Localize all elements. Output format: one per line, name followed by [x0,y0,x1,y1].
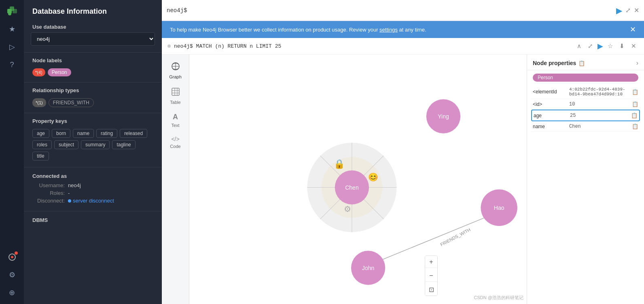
settings-icon[interactable]: ⚙ [5,268,19,282]
svg-text:😊: 😊 [368,173,379,182]
svg-text:Ying: Ying [438,113,449,120]
result-run-button[interactable]: ▶ [597,42,603,51]
node-label-badge: Person [533,74,638,82]
use-database-label: Use database [24,21,161,32]
prop-subject[interactable]: subject [54,140,78,149]
node-label-person[interactable]: Person [48,68,71,76]
code-tab-icon: </> [171,136,179,142]
relationship-types-label: Relationship types [24,84,161,96]
svg-text:FRIENDS_WITH: FRIENDS_WITH [439,227,471,247]
svg-text:🔒: 🔒 [334,158,345,169]
connected-as-label: Connected as [32,173,153,179]
result-star-button[interactable]: ☆ [606,41,615,51]
property-keys-label: Property keys [24,115,161,127]
disconnect-text: server disconnect [73,198,114,204]
rel-count[interactable]: *(1) [32,98,46,107]
tab-text-label: Text [171,123,179,128]
favorites-icon[interactable]: ★ [5,22,19,36]
database-select[interactable]: neo4j [31,32,155,46]
prop-value-age: 25 [570,113,631,118]
property-keys-list: age born name rating released roles subj… [24,127,161,165]
pin-icon [167,44,171,48]
result-toolbar-actions: ∧ ⤢ ▶ ☆ ⬇ ✕ [575,41,638,51]
username-label: Username: [32,182,65,188]
query-input[interactable] [167,7,613,14]
query-expand-button[interactable]: ⤢ [625,6,631,14]
prop-key-elementid: <elementId [533,89,569,95]
zoom-in-button[interactable]: + [425,256,437,268]
node-props-table: <elementId 4:02b22fdc-92d4-4839-bd14-9be… [527,85,644,304]
result-expand-button[interactable]: ⤢ [586,41,595,51]
collapse-button[interactable]: ∧ [575,41,583,51]
play-icon[interactable]: ▷ [5,40,19,54]
sidebar-title: Database Information [24,0,161,21]
prop-name[interactable]: name [73,129,94,138]
info-banner: To help make Neo4j Browser better we col… [162,21,644,38]
roles-value: - [68,190,70,196]
prop-value-name: Chen [569,124,632,129]
tab-graph[interactable]: Graph [163,58,188,83]
svg-text:Hao: Hao [494,205,504,211]
query-run-button[interactable]: ▶ [616,6,622,15]
main-content: ▶ ⤢ ✕ To help make Neo4j Browser better … [162,0,644,304]
zoom-fit-button[interactable]: ⊡ [425,283,437,296]
result-close-button[interactable]: ✕ [629,41,638,51]
svg-text:Chen: Chen [345,184,359,191]
prop-rating[interactable]: rating [96,129,117,138]
copy-icon: 📋 [578,60,585,66]
node-labels-label: Node labels [24,54,161,66]
dbms-label: DBMS [24,213,161,225]
zoom-controls: + − ⊡ [425,255,438,296]
copy-name-button[interactable]: 📋 [632,123,638,129]
disconnect-label: Disconnect: [32,198,65,204]
prop-born[interactable]: born [52,129,70,138]
node-props-header: Node properties 📋 › [527,55,644,70]
prop-key-id: <id> [533,101,569,107]
tab-table[interactable]: Table [163,83,188,109]
result-panel: neo4j$ MATCH (n) RETURN n LIMIT 25 ∧ ⤢ ▶… [162,38,644,304]
graph-tab-icon [171,62,180,73]
graph-canvas[interactable]: 🔒 😊 ⚙ FRIENDS_W [189,55,527,304]
view-tabs: Graph Table A [162,55,189,304]
connected-section: Connected as Username: neo4j Roles: - Di… [24,169,161,209]
copy-id-button[interactable]: 📋 [632,101,638,107]
watermark: CSDN @浩浩的科研笔记 [474,295,523,301]
info-icon[interactable]: ⊕ [5,285,19,300]
copy-elementid-button[interactable]: 📋 [632,89,638,95]
tab-code[interactable]: </> Code [163,132,188,153]
node-prop-row-elementid: <elementId 4:02b22fdc-92d4-4839-bd14-9be… [531,85,640,99]
svg-text:John: John [362,265,374,271]
disconnect-dot-icon [68,199,71,203]
tab-table-label: Table [170,100,180,105]
query-close-button[interactable]: ✕ [634,6,639,14]
tab-text[interactable]: A Text [163,109,188,132]
disconnect-link[interactable]: server disconnect [68,198,114,204]
copy-age-button[interactable]: 📋 [631,112,638,118]
result-download-button[interactable]: ⬇ [617,41,627,51]
result-toolbar: neo4j$ MATCH (n) RETURN n LIMIT 25 ∧ ⤢ ▶… [162,38,644,55]
prop-roles[interactable]: roles [32,140,52,149]
prop-released[interactable]: released [120,129,147,138]
prop-summary[interactable]: summary [81,140,110,149]
svg-text:⚙: ⚙ [344,205,351,213]
app-logo-icon [5,4,19,19]
node-prop-row-id: <id> 10 📋 [531,99,640,110]
prop-age[interactable]: age [32,129,49,138]
status-icon[interactable] [5,250,19,264]
node-prop-row-age: age 25 📋 [531,110,640,121]
prop-title[interactable]: title [32,152,49,160]
node-props-collapse-button[interactable]: › [636,59,638,67]
node-prop-row-name: name Chen 📋 [531,121,640,132]
help-icon[interactable]: ? [5,57,19,72]
zoom-out-button[interactable]: − [425,270,437,282]
node-properties-panel: Node properties 📋 › Person <elementId 4:… [527,55,644,304]
settings-link[interactable]: settings [379,27,398,33]
table-tab-icon [171,87,180,98]
prop-tagline[interactable]: tagline [112,140,135,149]
node-props-title: Node properties 📋 [533,60,585,66]
rel-friends-with[interactable]: FRIENDS_WITH [49,98,94,107]
relationship-tags: *(1) FRIENDS_WITH [24,96,161,111]
svg-point-3 [8,12,11,15]
info-banner-close-button[interactable]: ✕ [630,25,636,34]
node-label-count[interactable]: *(4) [32,68,45,76]
